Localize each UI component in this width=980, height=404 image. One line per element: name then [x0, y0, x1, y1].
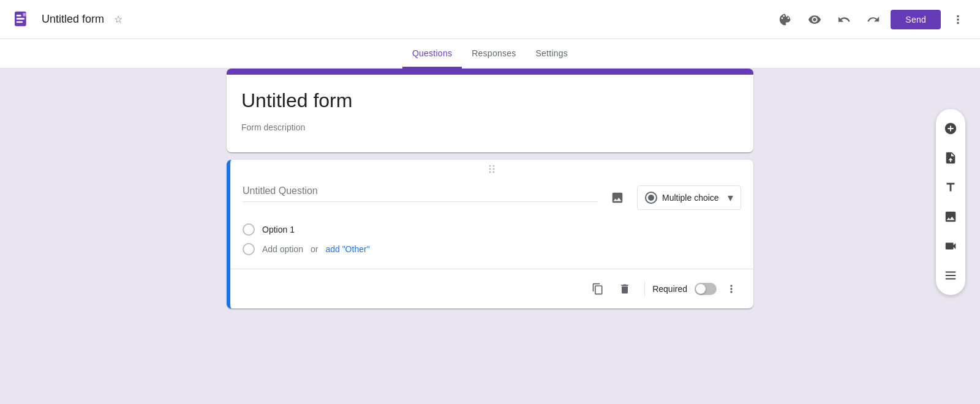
- undo-button[interactable]: [832, 7, 856, 32]
- redo-button[interactable]: [861, 7, 886, 32]
- add-circle-icon: [944, 122, 957, 135]
- title-icon: [944, 181, 957, 194]
- drag-handle[interactable]: [230, 160, 753, 178]
- image-section-icon: [944, 210, 957, 223]
- svg-point-5: [489, 165, 491, 167]
- svg-rect-2: [17, 18, 24, 20]
- tab-settings[interactable]: Settings: [526, 39, 578, 69]
- option-radio-1: [243, 223, 255, 236]
- required-toggle-wrap[interactable]: [695, 283, 717, 295]
- question-more-button[interactable]: [719, 277, 744, 301]
- required-label: Required: [652, 284, 687, 294]
- palette-button[interactable]: [773, 7, 797, 32]
- copy-icon: [592, 283, 604, 295]
- video-icon: [944, 239, 957, 253]
- form-title: Untitled form: [42, 13, 104, 26]
- more-vert-icon: [951, 13, 965, 26]
- add-option-row: Add option or add "Other": [243, 239, 741, 259]
- svg-point-8: [493, 168, 495, 170]
- option-text-1: Option 1: [262, 225, 295, 234]
- preview-button[interactable]: [802, 7, 827, 32]
- import-icon: [944, 151, 957, 165]
- app-header: Untitled form ☆ Send: [0, 0, 980, 39]
- image-icon: [611, 191, 624, 204]
- add-other-link[interactable]: add "Other": [325, 244, 369, 254]
- redo-icon: [867, 13, 880, 26]
- svg-point-6: [493, 165, 495, 167]
- form-header-inner: Untitled form Form description: [227, 75, 753, 152]
- undo-icon: [837, 13, 851, 26]
- palette-icon: [778, 13, 792, 26]
- import-question-button[interactable]: [936, 143, 965, 173]
- radio-filled-icon: [645, 192, 657, 204]
- form-header-card: Untitled form Form description: [227, 69, 753, 152]
- section-icon: [944, 269, 957, 282]
- footer-divider: [644, 282, 645, 296]
- trash-icon: [619, 283, 631, 295]
- required-toggle[interactable]: [695, 283, 717, 295]
- question-row: Multiple choice ▾: [230, 178, 753, 215]
- main-content: Untitled form Form description: [0, 69, 980, 404]
- eye-icon: [808, 13, 821, 26]
- svg-point-10: [493, 171, 495, 173]
- tab-questions[interactable]: Questions: [402, 39, 462, 69]
- tabs-nav: Questions Responses Settings: [0, 39, 980, 69]
- more-vert-icon: [725, 283, 737, 295]
- add-video-button[interactable]: [936, 231, 965, 261]
- card-footer: Required: [230, 269, 753, 309]
- header-right: Send: [773, 7, 970, 32]
- add-other-separator: or: [311, 244, 318, 254]
- option-row-1: Option 1: [243, 220, 741, 239]
- right-sidebar: [936, 109, 965, 295]
- add-section-button[interactable]: [936, 261, 965, 290]
- form-description[interactable]: Form description: [241, 120, 739, 135]
- form-title-large[interactable]: Untitled form: [241, 89, 739, 115]
- svg-point-9: [489, 171, 491, 173]
- add-question-button[interactable]: [936, 114, 965, 143]
- question-type-select[interactable]: Multiple choice ▾: [637, 185, 741, 210]
- svg-rect-3: [17, 21, 23, 23]
- toggle-thumb: [696, 284, 706, 294]
- send-button[interactable]: Send: [891, 10, 941, 29]
- add-option-radio: [243, 243, 255, 255]
- delete-button[interactable]: [612, 277, 637, 301]
- header-left: Untitled form ☆: [10, 7, 773, 32]
- more-options-button[interactable]: [946, 7, 970, 32]
- question-input-wrap: [243, 183, 598, 202]
- question-card: Multiple choice ▾ Option 1 Add option or…: [227, 160, 753, 309]
- tab-responses[interactable]: Responses: [462, 39, 526, 69]
- svg-rect-4: [23, 13, 26, 16]
- add-title-button[interactable]: [936, 173, 965, 202]
- duplicate-button[interactable]: [586, 277, 610, 301]
- options-section: Option 1 Add option or add "Other": [230, 215, 753, 269]
- add-image-button[interactable]: [605, 185, 630, 210]
- svg-rect-1: [17, 15, 21, 17]
- add-option-text[interactable]: Add option: [262, 244, 303, 254]
- svg-point-7: [489, 168, 491, 170]
- question-input[interactable]: [243, 183, 598, 202]
- add-image-section-button[interactable]: [936, 202, 965, 231]
- chevron-down-icon: ▾: [728, 191, 733, 204]
- app-logo: [10, 7, 34, 32]
- star-icon[interactable]: ☆: [111, 11, 125, 28]
